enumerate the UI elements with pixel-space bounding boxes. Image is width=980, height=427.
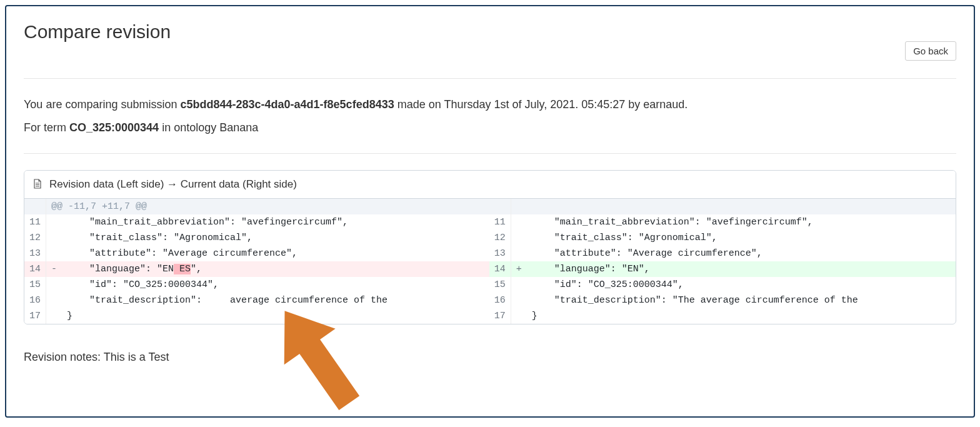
line-number-right: 11 — [489, 214, 511, 230]
notes-label: Revision notes: — [24, 351, 104, 363]
line-number-right: 14 — [489, 261, 511, 277]
diff-code-right: "trait_description": "The average circum… — [527, 293, 956, 308]
go-back-button[interactable]: Go back — [905, 41, 956, 61]
diff-row: 16 "trait_description": average circumfe… — [24, 293, 956, 308]
diff-sign-left — [46, 230, 62, 246]
diff-code-right: "id": "CO_325:0000344", — [527, 277, 956, 293]
line-number-left: 11 — [24, 214, 46, 230]
diff-code-right: "language": "EN", — [527, 261, 956, 277]
page-title: Compare revision — [24, 21, 171, 43]
diff-sign-left: - — [46, 261, 62, 277]
line-number-right: 12 — [489, 230, 511, 246]
file-icon — [33, 179, 43, 190]
diff-hunk-header: @@ -11,7 +11,7 @@ — [24, 199, 956, 214]
line-number-left: 17 — [24, 308, 46, 324]
diff-sign-right — [511, 214, 527, 230]
hunk-text-right — [511, 199, 956, 214]
diff-row: 14- "language": "EN ES",14+ "language": … — [24, 261, 956, 277]
info-middle: made on Thursday 1st of July, 2021. 05:4… — [394, 98, 688, 111]
diff-sign-right — [511, 293, 527, 308]
line-number-left: 16 — [24, 293, 46, 308]
submission-id: c5bdd844-283c-4da0-a4d1-f8e5cfed8433 — [180, 98, 394, 111]
diff-header-label: Revision data (Left side) → Current data… — [49, 178, 297, 191]
term-suffix: in ontology Banana — [159, 121, 258, 134]
revision-notes: Revision notes: This is a Test — [24, 351, 956, 364]
header-row: Compare revision Go back — [24, 21, 956, 61]
divider — [24, 153, 956, 154]
diff-code-left: "language": "EN ES", — [62, 261, 489, 277]
diff-table: @@ -11,7 +11,7 @@11 "main_trait_abbrevia… — [24, 199, 956, 324]
diff-code-right: "main_trait_abbreviation": "avefingercir… — [527, 214, 956, 230]
term-info: For term CO_325:0000344 in ontology Bana… — [24, 118, 956, 138]
term-prefix: For term — [24, 121, 69, 134]
line-number-left — [24, 199, 46, 214]
diff-header: Revision data (Left side) → Current data… — [24, 171, 956, 199]
line-number-right: 15 — [489, 277, 511, 293]
notes-value: This is a Test — [104, 351, 169, 363]
diff-sign-right — [511, 277, 527, 293]
diff-code-left: "trait_class": "Agronomical", — [62, 230, 489, 246]
diff-code-left: "trait_description": average circumferen… — [62, 293, 489, 308]
line-number-left: 14 — [24, 261, 46, 277]
diff-code-left: } — [62, 308, 489, 324]
divider — [24, 78, 956, 79]
line-number-right: 13 — [489, 246, 511, 261]
compare-revision-window: Compare revision Go back You are compari… — [5, 5, 975, 418]
diff-row: 11 "main_trait_abbreviation": "avefinger… — [24, 214, 956, 230]
diff-sign-left — [46, 308, 62, 324]
diff-row: 13 "attribute": "Average circumference",… — [24, 246, 956, 261]
term-id: CO_325:0000344 — [69, 121, 159, 134]
diff-sign-left — [46, 277, 62, 293]
diff-code-right: } — [527, 308, 956, 324]
line-number-right — [489, 199, 511, 214]
diff-code-left: "main_trait_abbreviation": "avefingercir… — [62, 214, 489, 230]
submission-info: You are comparing submission c5bdd844-28… — [24, 95, 956, 114]
line-number-right: 16 — [489, 293, 511, 308]
diff-code-left: "id": "CO_325:0000344", — [62, 277, 489, 293]
diff-code-right: "trait_class": "Agronomical", — [527, 230, 956, 246]
diff-sign-right: + — [511, 261, 527, 277]
diff-container: Revision data (Left side) → Current data… — [24, 170, 956, 324]
diff-sign-right — [511, 230, 527, 246]
diff-code-right: "attribute": "Average circumference", — [527, 246, 956, 261]
diff-row: 17}17} — [24, 308, 956, 324]
diff-sign-left — [46, 293, 62, 308]
diff-code-left: "attribute": "Average circumference", — [62, 246, 489, 261]
diff-sign-left — [46, 246, 62, 261]
line-number-left: 15 — [24, 277, 46, 293]
line-number-left: 12 — [24, 230, 46, 246]
diff-row: 15 "id": "CO_325:0000344",15 "id": "CO_3… — [24, 277, 956, 293]
line-number-right: 17 — [489, 308, 511, 324]
diff-row: 12 "trait_class": "Agronomical",12 "trai… — [24, 230, 956, 246]
hunk-text: @@ -11,7 +11,7 @@ — [46, 199, 489, 214]
diff-sign-left — [46, 214, 62, 230]
diff-sign-right — [511, 308, 527, 324]
info-prefix: You are comparing submission — [24, 98, 180, 111]
diff-sign-right — [511, 246, 527, 261]
line-number-left: 13 — [24, 246, 46, 261]
